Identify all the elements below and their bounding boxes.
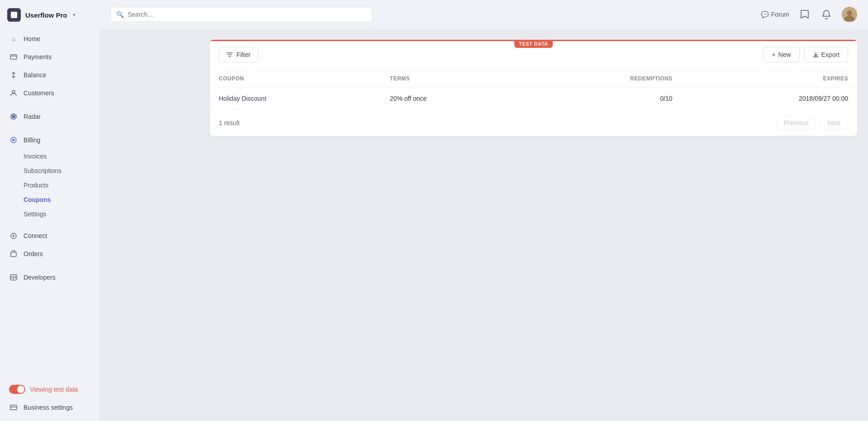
test-data-label: Viewing test data — [30, 386, 78, 393]
svg-rect-0 — [10, 55, 17, 59]
payments-icon — [9, 52, 18, 61]
filter-button[interactable]: Filter — [219, 47, 258, 62]
toggle-knob — [17, 386, 24, 393]
filter-label: Filter — [236, 51, 250, 58]
business-settings-icon — [9, 403, 18, 412]
col-terms: TERMS — [381, 70, 524, 88]
balance-icon — [9, 70, 18, 80]
sidebar-item-home[interactable]: ⌂ Home — [0, 30, 99, 48]
sidebar-subitem-label: Coupons — [24, 196, 51, 203]
sidebar-item-label: Developers — [24, 274, 56, 281]
result-count: 1 result — [219, 119, 240, 126]
svg-point-1 — [12, 90, 15, 93]
header: 🔍 💬 Forum — [99, 0, 868, 29]
sidebar-item-business-settings[interactable]: Business settings — [0, 398, 99, 416]
sidebar-bottom: Viewing test data Business settings — [0, 380, 99, 421]
sidebar-subitem-label: Subscriptions — [24, 167, 61, 174]
action-buttons: + New Export — [763, 47, 848, 62]
notifications-icon[interactable] — [820, 8, 833, 21]
export-label: Export — [821, 51, 840, 58]
sidebar-item-radar[interactable]: Radar — [0, 108, 99, 126]
sidebar: Userflow Pro ▾ ⌂ Home Payments Balance C… — [0, 0, 99, 421]
brand-logo — [7, 8, 21, 22]
new-button[interactable]: + New — [763, 47, 799, 62]
table-row[interactable]: Holiday Discount 20% off once 0/10 2018/… — [210, 88, 857, 110]
billing-icon — [9, 136, 18, 145]
sidebar-subitem-subscriptions[interactable]: Subscriptions — [0, 164, 99, 178]
sidebar-header[interactable]: Userflow Pro ▾ — [0, 0, 99, 30]
coupon-name[interactable]: Holiday Discount — [219, 95, 266, 102]
customers-icon — [9, 89, 18, 98]
col-coupon: COUPON — [210, 70, 381, 88]
test-data-toggle-row[interactable]: Viewing test data — [0, 380, 99, 398]
sidebar-item-label: Home — [24, 35, 40, 42]
sidebar-item-connect[interactable]: Connect — [0, 227, 99, 245]
col-expires: EXPIRES — [681, 70, 857, 88]
search-bar[interactable]: 🔍 — [110, 7, 373, 22]
sidebar-item-label: Orders — [24, 250, 43, 257]
chevron-down-icon: ▾ — [73, 12, 75, 18]
sidebar-subitem-invoices[interactable]: Invoices — [0, 149, 99, 164]
next-label: Next — [827, 119, 840, 126]
sidebar-subitem-label: Products — [24, 182, 48, 189]
content-card: TEST DATA Filter + New Export — [210, 40, 857, 136]
svg-rect-7 — [11, 252, 16, 257]
coupon-expires-cell: 2018/09/27 00:00 — [681, 88, 857, 110]
sidebar-item-developers[interactable]: Developers — [0, 268, 99, 286]
plus-icon: + — [772, 51, 775, 58]
sidebar-item-payments[interactable]: Payments — [0, 48, 99, 66]
forum-label: Forum — [771, 11, 789, 18]
sidebar-item-label: Customers — [24, 89, 54, 97]
orders-icon — [9, 249, 18, 258]
pagination-buttons: Previous Next — [776, 116, 848, 130]
connect-icon — [9, 231, 18, 240]
sidebar-item-label: Business settings — [24, 404, 73, 411]
export-button[interactable]: Export — [804, 47, 848, 62]
main-content: TEST DATA Filter + New Export — [199, 29, 868, 421]
search-input[interactable] — [127, 11, 367, 18]
sidebar-item-balance[interactable]: Balance — [0, 66, 99, 84]
coupon-terms-cell: 20% off once — [381, 88, 524, 110]
radar-icon — [9, 112, 18, 121]
sidebar-subitem-label: Settings — [24, 210, 47, 218]
test-data-toggle[interactable] — [9, 385, 25, 394]
sidebar-item-label: Balance — [24, 71, 47, 79]
search-icon: 🔍 — [116, 11, 124, 18]
previous-button[interactable]: Previous — [776, 116, 816, 130]
developers-icon — [9, 273, 18, 282]
sidebar-item-billing[interactable]: Billing — [0, 131, 99, 149]
sidebar-item-label: Payments — [24, 53, 52, 61]
table-header-row: COUPON TERMS REDEMPTIONS EXPIRES — [210, 70, 857, 88]
new-label: New — [778, 51, 791, 58]
col-redemptions: REDEMPTIONS — [524, 70, 681, 88]
avatar[interactable] — [842, 7, 857, 22]
sidebar-item-label: Billing — [24, 136, 40, 144]
sidebar-item-label: Radar — [24, 113, 41, 120]
bookmark-icon[interactable] — [798, 8, 811, 21]
forum-link[interactable]: 💬 Forum — [761, 11, 789, 18]
previous-label: Previous — [784, 119, 808, 126]
sidebar-subitem-coupons[interactable]: Coupons — [0, 192, 99, 207]
table-footer: 1 result Previous Next — [210, 110, 857, 136]
sidebar-subitem-products[interactable]: Products — [0, 178, 99, 192]
svg-point-3 — [12, 115, 15, 118]
coupons-table: COUPON TERMS REDEMPTIONS EXPIRES Holiday… — [210, 70, 857, 110]
svg-point-5 — [13, 139, 15, 141]
next-button[interactable]: Next — [820, 116, 848, 130]
forum-icon: 💬 — [761, 11, 769, 18]
header-right: 💬 Forum — [761, 7, 857, 22]
svg-point-11 — [847, 10, 852, 16]
coupon-name-cell: Holiday Discount — [210, 88, 381, 110]
test-data-badge: TEST DATA — [514, 40, 553, 48]
svg-rect-9 — [10, 405, 17, 410]
sidebar-subitem-settings[interactable]: Settings — [0, 207, 99, 221]
sidebar-item-label: Connect — [24, 232, 47, 239]
sidebar-item-orders[interactable]: Orders — [0, 245, 99, 263]
coupon-redemptions-cell: 0/10 — [524, 88, 681, 110]
sidebar-subitem-label: Invoices — [24, 153, 47, 160]
brand-name: Userflow Pro — [25, 11, 67, 19]
sidebar-item-customers[interactable]: Customers — [0, 84, 99, 102]
home-icon: ⌂ — [9, 34, 18, 43]
